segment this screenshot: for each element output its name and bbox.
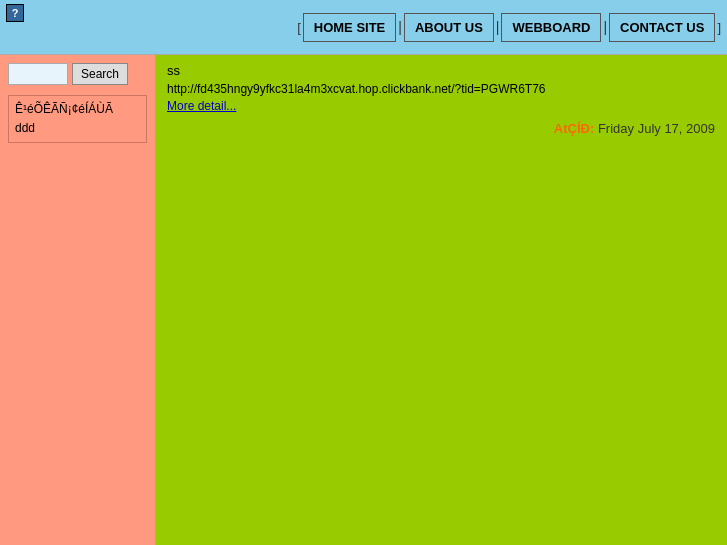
nav-about-us[interactable]: ABOUT US <box>404 13 494 42</box>
sidebar-menu: Ê¹éÕÊÃÑ¡¢éÍÁÙÃ ddd <box>8 95 147 143</box>
search-input[interactable] <box>8 63 68 85</box>
content-title: ss <box>167 63 715 78</box>
main-layout: Search Ê¹éÕÊÃÑ¡¢éÍÁÙÃ ddd ss http://fd43… <box>0 55 727 545</box>
date-line: AtÇÍÐ: Friday July 17, 2009 <box>167 121 715 136</box>
search-area: Search <box>8 63 147 85</box>
bracket-open-1: [ <box>295 20 303 35</box>
date-value: Friday July 17, 2009 <box>598 121 715 136</box>
top-bar: ? [ HOME SITE | ABOUT US | WEBBOARD | CO… <box>0 0 727 55</box>
top-icon: ? <box>6 4 24 22</box>
search-button[interactable]: Search <box>72 63 128 85</box>
sep-3: | <box>601 19 609 35</box>
nav-contact-us[interactable]: CONTACT US <box>609 13 715 42</box>
more-detail-link[interactable]: More detail... <box>167 99 236 113</box>
content-url: http://fd435hngy9yfkc31la4m3xcvat.hop.cl… <box>167 82 715 96</box>
sep-2: | <box>494 19 502 35</box>
sidebar: Search Ê¹éÕÊÃÑ¡¢éÍÁÙÃ ddd <box>0 55 155 545</box>
sep-1: | <box>396 19 404 35</box>
date-label: AtÇÍÐ: <box>554 121 594 136</box>
sidebar-menu-item-0: Ê¹éÕÊÃÑ¡¢éÍÁÙÃ <box>15 100 140 119</box>
nav-home-site[interactable]: HOME SITE <box>303 13 397 42</box>
nav-items: [ HOME SITE | ABOUT US | WEBBOARD | CONT… <box>295 13 723 42</box>
nav-webboard[interactable]: WEBBOARD <box>501 13 601 42</box>
bracket-close-1: ] <box>715 20 723 35</box>
content-area: ss http://fd435hngy9yfkc31la4m3xcvat.hop… <box>155 55 727 545</box>
sidebar-menu-item-1: ddd <box>15 119 140 138</box>
